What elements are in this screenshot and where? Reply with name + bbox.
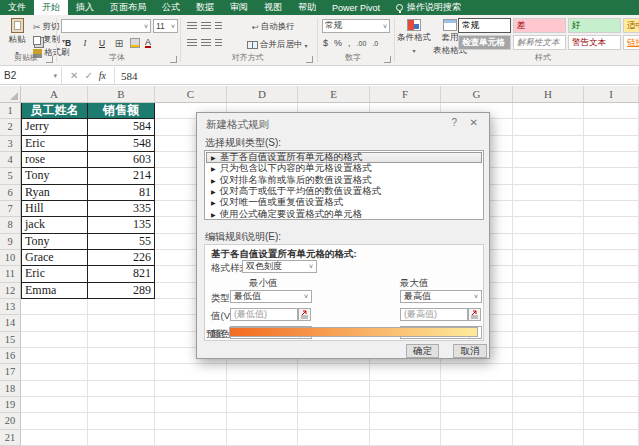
cell-style-适中[interactable]: 适中 <box>623 18 639 33</box>
name-box[interactable]: B2 <box>0 67 62 84</box>
tab-5[interactable]: 数据 <box>188 0 222 15</box>
cell-G19[interactable] <box>441 397 513 413</box>
cell-G20[interactable] <box>441 413 513 429</box>
cell-I10[interactable] <box>584 250 639 266</box>
cell-A14[interactable] <box>21 315 88 331</box>
cell-A21[interactable] <box>21 430 88 446</box>
cell-A2[interactable]: Jerry <box>21 119 88 135</box>
cancel-icon[interactable]: ✕ <box>70 70 78 81</box>
cell-style-常规[interactable]: 常规 <box>458 18 511 33</box>
cell-I13[interactable] <box>584 299 639 315</box>
conditional-formatting-button[interactable]: 条件格式 <box>397 19 431 55</box>
cell-F18[interactable] <box>370 381 441 397</box>
cell-D19[interactable] <box>227 397 298 413</box>
cell-D20[interactable] <box>227 413 298 429</box>
font-name-combo[interactable] <box>61 19 151 33</box>
enter-icon[interactable]: ✓ <box>84 70 92 81</box>
cell-D21[interactable] <box>227 430 298 446</box>
bold-button[interactable]: B <box>62 37 74 49</box>
cell-B13[interactable] <box>88 299 155 315</box>
format-style-select[interactable]: 双色刻度 <box>242 260 317 273</box>
row-header-18[interactable]: 18 <box>0 381 21 397</box>
align-center-icon[interactable] <box>201 39 211 46</box>
row-header-15[interactable]: 15 <box>0 332 21 348</box>
cell-B4[interactable]: 603 <box>88 152 155 168</box>
percent-button[interactable]: % <box>334 38 342 48</box>
font-dialog-launcher[interactable] <box>170 56 177 63</box>
cancel-button[interactable]: 取消 <box>453 344 487 358</box>
help-icon[interactable]: ? <box>451 117 457 128</box>
number-dialog-launcher[interactable] <box>384 56 391 63</box>
cell-F21[interactable] <box>370 430 441 446</box>
cell-I7[interactable] <box>584 201 639 217</box>
cell-B8[interactable]: 135 <box>88 217 155 233</box>
cell-B5[interactable]: 214 <box>88 168 155 184</box>
tab-0[interactable]: 文件 <box>0 0 34 15</box>
cell-A16[interactable] <box>21 348 88 364</box>
cell-I15[interactable] <box>584 332 639 348</box>
number-format-combo[interactable]: 常规 <box>322 19 390 33</box>
cell-I21[interactable] <box>584 430 639 446</box>
cell-style-好[interactable]: 好 <box>568 18 621 33</box>
cell-style-警告文本[interactable]: 警告文本 <box>568 35 621 50</box>
cell-I1[interactable] <box>584 103 639 119</box>
cell-I19[interactable] <box>584 397 639 413</box>
close-icon[interactable]: ✕ <box>470 117 478 128</box>
tab-8[interactable]: 帮助 <box>290 0 324 15</box>
cell-B12[interactable]: 289 <box>88 283 155 299</box>
column-header-D[interactable]: D <box>227 86 298 102</box>
row-header-2[interactable]: 2 <box>0 119 21 135</box>
value-min-input[interactable]: (最低值) <box>230 308 298 321</box>
rule-type-item-5[interactable]: 使用公式确定要设置格式的单元格 <box>206 208 482 219</box>
currency-button[interactable]: $ <box>323 38 328 48</box>
cell-H11[interactable] <box>513 266 584 282</box>
row-header-7[interactable]: 7 <box>0 201 21 217</box>
row-header-9[interactable]: 9 <box>0 234 21 250</box>
font-color-button[interactable]: A <box>145 38 151 48</box>
align-right-icon[interactable] <box>215 39 222 46</box>
cell-H16[interactable] <box>513 348 584 364</box>
column-header-F[interactable]: F <box>370 86 441 102</box>
cell-A18[interactable] <box>21 381 88 397</box>
value-max-input[interactable]: (最高值) <box>400 308 468 321</box>
tab-2[interactable]: 插入 <box>68 0 102 15</box>
cell-style-检查单元格[interactable]: 检查单元格 <box>458 35 511 50</box>
cell-H2[interactable] <box>513 119 584 135</box>
cell-E20[interactable] <box>298 413 370 429</box>
row-header-12[interactable]: 12 <box>0 283 21 299</box>
cell-H19[interactable] <box>513 397 584 413</box>
cell-I4[interactable] <box>584 152 639 168</box>
cell-B17[interactable] <box>88 364 155 380</box>
cell-B7[interactable]: 335 <box>88 201 155 217</box>
italic-button[interactable]: I <box>79 37 91 49</box>
cell-I2[interactable] <box>584 119 639 135</box>
tab-9[interactable]: Power Pivot <box>324 0 388 15</box>
chevron-down-icon[interactable] <box>305 40 308 50</box>
cell-I9[interactable] <box>584 234 639 250</box>
column-header-G[interactable]: G <box>441 86 513 102</box>
cell-C20[interactable] <box>155 413 227 429</box>
cell-A12[interactable]: Emma <box>21 283 88 299</box>
row-header-10[interactable]: 10 <box>0 250 21 266</box>
fill-color-button[interactable] <box>130 38 140 48</box>
cell-I8[interactable] <box>584 217 639 233</box>
cell-D17[interactable] <box>227 364 298 380</box>
cell-G21[interactable] <box>441 430 513 446</box>
row-header-13[interactable]: 13 <box>0 299 21 315</box>
cell-H14[interactable] <box>513 315 584 331</box>
cell-B10[interactable]: 226 <box>88 250 155 266</box>
cell-A19[interactable] <box>21 397 88 413</box>
cell-H21[interactable] <box>513 430 584 446</box>
cell-A10[interactable]: Grace <box>21 250 88 266</box>
cell-C21[interactable] <box>155 430 227 446</box>
cell-C19[interactable] <box>155 397 227 413</box>
cell-I5[interactable] <box>584 168 639 184</box>
cell-H10[interactable] <box>513 250 584 266</box>
column-header-C[interactable]: C <box>155 86 227 102</box>
cell-I11[interactable] <box>584 266 639 282</box>
cell-B6[interactable]: 81 <box>88 185 155 201</box>
cell-A17[interactable] <box>21 364 88 380</box>
cell-H8[interactable] <box>513 217 584 233</box>
cell-A3[interactable]: Eric <box>21 136 88 152</box>
insert-function-icon[interactable]: fx <box>99 70 106 81</box>
